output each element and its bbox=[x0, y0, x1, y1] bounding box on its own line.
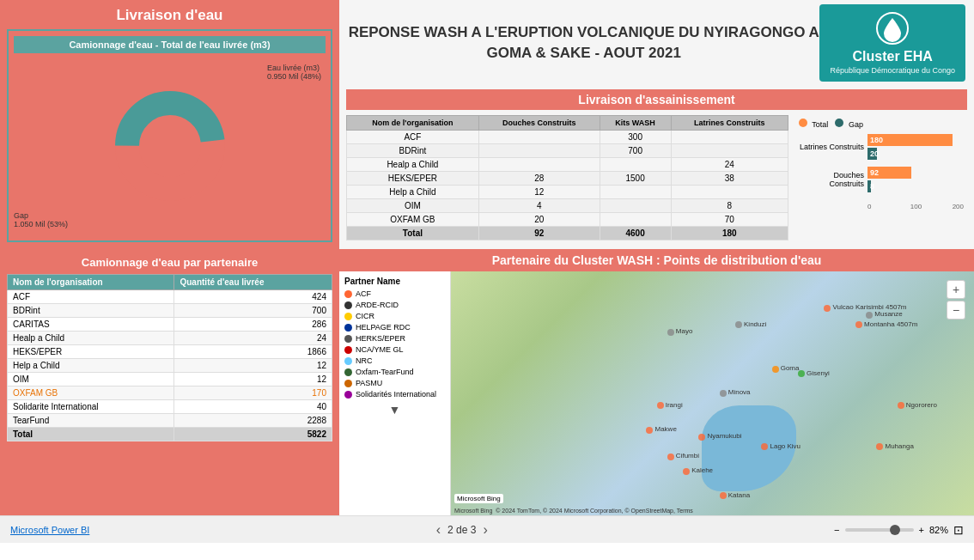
map-area[interactable]: MayoKinduziMinovaGomaGisenyiMusanzeIrang… bbox=[451, 271, 974, 515]
left-panel-title: Livraison d'eau bbox=[7, 7, 332, 24]
partner-table-wrapper: Nom de l'organisation Quantité d'eau liv… bbox=[7, 274, 332, 441]
donut-wrapper: Eau livrée (m3) 0.950 Mil (48%) Gap 1.05… bbox=[14, 57, 326, 235]
partner-col-org: Nom de l'organisation bbox=[8, 275, 174, 290]
map-place-label: Minova bbox=[728, 388, 751, 396]
zoom-minus-button[interactable]: − bbox=[834, 525, 839, 535]
eau-label: Eau livrée (m3) 0.950 Mil (48%) bbox=[267, 64, 321, 81]
san-table-row: HEKS/EPER28150038 bbox=[347, 172, 788, 186]
map-legend-item: ACF bbox=[344, 289, 445, 298]
map-place-label: Kinduzi bbox=[744, 320, 766, 328]
nav-next-button[interactable]: › bbox=[483, 522, 487, 538]
map-place-label: Cifumbi bbox=[676, 452, 699, 460]
map-legend-item: ARDE-RCID bbox=[344, 301, 445, 309]
legend-total-dot bbox=[799, 119, 807, 127]
partner-table-section: Camionnage d'eau par partenaire Nom de l… bbox=[0, 249, 339, 515]
map-place-label: Ngororero bbox=[906, 401, 937, 409]
nav-prev-button[interactable]: ‹ bbox=[436, 522, 441, 538]
map-place-label: Vulcao Karisimbi 4507m bbox=[833, 303, 907, 311]
partner-table-row: Help a Child12 bbox=[8, 359, 332, 373]
page: Livraison d'eau Camionnage d'eau - Total… bbox=[0, 0, 974, 560]
map-place-dot bbox=[657, 402, 664, 409]
legend-total-item: Total bbox=[799, 119, 828, 129]
legend-gap-dot bbox=[835, 119, 843, 127]
map-place-label: Lago Kivu bbox=[770, 442, 801, 450]
map-place-dot bbox=[720, 492, 727, 499]
map-title: Partenaire du Cluster WASH : Points de d… bbox=[339, 249, 974, 271]
map-place-label: Mayo bbox=[676, 327, 693, 335]
donut-chart bbox=[106, 82, 234, 210]
map-place-dot bbox=[898, 402, 904, 409]
san-chart-legend: Total Gap bbox=[799, 119, 964, 129]
legend-color-dot bbox=[344, 313, 352, 320]
san-col-org: Nom de l'organisation bbox=[347, 116, 479, 131]
legend-color-dot bbox=[344, 290, 352, 298]
map-place-label: Musanze bbox=[874, 310, 902, 318]
legend-color-dot bbox=[344, 380, 352, 387]
map-controls: + − bbox=[947, 280, 965, 320]
sanitation-table-wrap: Nom de l'organisation Douches Construits… bbox=[346, 115, 788, 240]
san-chart-area: Total Gap Latrines Construits18020Douche… bbox=[795, 115, 967, 240]
map-place-label: Muhanga bbox=[885, 442, 913, 450]
footer-zoom: − + 82% ⊡ bbox=[834, 523, 964, 537]
map-place-label: Irangi bbox=[666, 401, 683, 409]
zoom-plus-button[interactable]: + bbox=[919, 525, 924, 535]
left-panel: Livraison d'eau Camionnage d'eau - Total… bbox=[0, 0, 339, 249]
powerbi-link[interactable]: Microsoft Power BI bbox=[10, 525, 89, 535]
partner-table: Nom de l'organisation Quantité d'eau liv… bbox=[7, 274, 332, 441]
san-bar-row: Latrines Construits18020 bbox=[799, 134, 964, 160]
sanitation-title: Livraison d'assainissement bbox=[346, 89, 967, 110]
sanitation-section: Livraison d'assainissement Nom de l'orga… bbox=[339, 86, 974, 249]
map-place-dot bbox=[735, 321, 742, 328]
sanitation-content: Nom de l'organisation Douches Construits… bbox=[346, 115, 967, 240]
san-bars-container: Latrines Construits18020Douches Construi… bbox=[799, 134, 964, 199]
legend-color-dot bbox=[344, 346, 352, 354]
water-drop-icon bbox=[875, 11, 910, 46]
map-legend-item: Solidarités International bbox=[344, 390, 445, 399]
fit-page-icon[interactable]: ⊡ bbox=[953, 523, 964, 537]
partner-table-row: HEKS/EPER1866 bbox=[8, 345, 332, 359]
cluster-badge-sub: République Démocratique du Congo bbox=[830, 66, 955, 75]
scroll-down-indicator[interactable]: ▼ bbox=[344, 401, 445, 418]
bing-logo: Microsoft Bing bbox=[454, 494, 503, 503]
map-place-dot bbox=[798, 370, 805, 377]
cluster-badge-title: Cluster EHA bbox=[853, 49, 933, 64]
zoom-value: 82% bbox=[929, 525, 948, 535]
center-header: REPONSE WASH A L'ERUPTION VOLCANIQUE DU … bbox=[339, 0, 974, 249]
san-col-douches: Douches Construits bbox=[478, 116, 600, 131]
partner-col-qty: Quantité d'eau livrée bbox=[174, 275, 332, 290]
zoom-thumb bbox=[890, 525, 900, 535]
partner-table-row: OXFAM GB170 bbox=[8, 387, 332, 400]
san-col-latrines: Latrines Construits bbox=[671, 116, 788, 131]
zoom-slider[interactable] bbox=[845, 528, 914, 532]
map-legend-item: HELPAGE RDC bbox=[344, 323, 445, 332]
map-legend-item: NRC bbox=[344, 356, 445, 365]
map-place-dot bbox=[824, 305, 831, 312]
map-legend-item: NCA/YME GL bbox=[344, 345, 445, 354]
map-place-dot bbox=[761, 443, 768, 450]
map-place-dot bbox=[667, 329, 674, 336]
map-place-dot bbox=[866, 312, 873, 319]
map-legend-item: PASMU bbox=[344, 379, 445, 387]
map-legend-item: HERKS/EPER bbox=[344, 334, 445, 343]
legend-gap-item: Gap bbox=[835, 119, 863, 129]
map-place-dot bbox=[876, 443, 883, 450]
partner-table-row: Solidarite International40 bbox=[8, 400, 332, 414]
partner-table-row: BDRint700 bbox=[8, 304, 332, 318]
partner-table-title: Camionnage d'eau par partenaire bbox=[7, 256, 332, 269]
bottom-area: Camionnage d'eau par partenaire Nom de l… bbox=[0, 249, 974, 515]
zoom-out-button[interactable]: − bbox=[947, 301, 965, 320]
zoom-in-button[interactable]: + bbox=[947, 280, 965, 299]
map-place-label: Makwe bbox=[655, 425, 677, 433]
san-table-row: ACF300 bbox=[347, 131, 788, 144]
partner-table-row: CARITAS286 bbox=[8, 318, 332, 332]
map-placeholder: MayoKinduziMinovaGomaGisenyiMusanzeIrang… bbox=[451, 271, 974, 515]
legend-color-dot bbox=[344, 301, 352, 309]
san-table-row: Healp a Child24 bbox=[347, 158, 788, 172]
map-place-label: Montanha 4507m bbox=[864, 320, 917, 328]
top-bar: Livraison d'eau Camionnage d'eau - Total… bbox=[0, 0, 974, 249]
san-col-kits: Kits WASH bbox=[600, 116, 671, 131]
map-place-label: Katana bbox=[728, 491, 750, 499]
map-legend-items: ACFARDE-RCIDCICRHELPAGE RDCHERKS/EPERNCA… bbox=[344, 289, 445, 399]
map-legend-item: CICR bbox=[344, 312, 445, 320]
partner-table-row: ACF424 bbox=[8, 290, 332, 304]
